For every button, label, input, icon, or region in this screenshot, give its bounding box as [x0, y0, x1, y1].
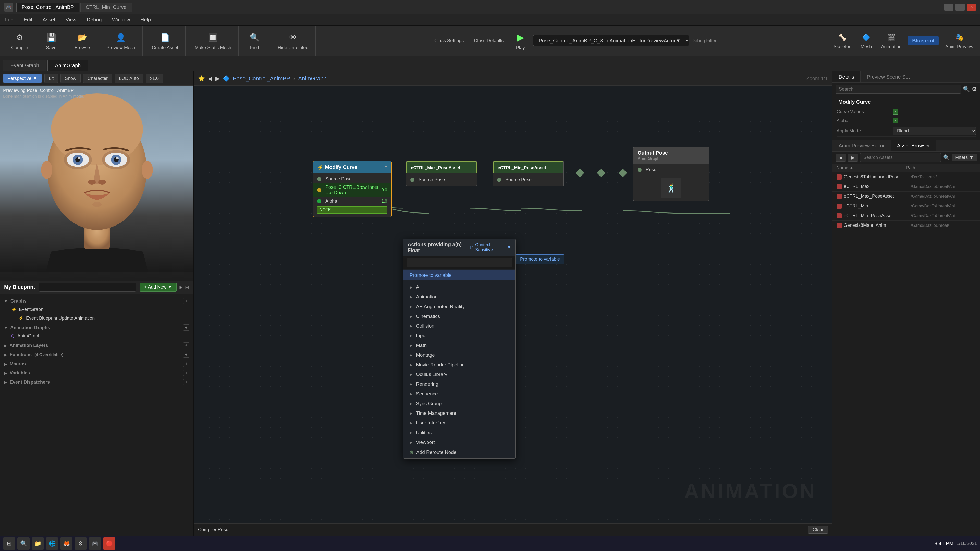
- taskbar-files[interactable]: 📁: [32, 537, 44, 550]
- tree-item-update-anim[interactable]: ⚡ Event Blueprint Update Animation: [0, 314, 193, 322]
- category-math[interactable]: ▶ Math: [404, 341, 515, 350]
- title-tab-0[interactable]: Pose_Control_AnimBP: [16, 3, 80, 12]
- graph-area[interactable]: ANIMATION ⚡ Modify Curve ●: [194, 86, 832, 524]
- asset-row-3[interactable]: eCTRL_Min /Game/DazToUnreal/Ani: [832, 201, 980, 211]
- preview-scene-tab[interactable]: Preview Scene Set: [861, 71, 916, 83]
- taskbar-chrome[interactable]: ⚙: [75, 537, 87, 550]
- category-utilities[interactable]: ▶ Utilities: [404, 428, 515, 437]
- asset-row-5[interactable]: Genesis8Male_Anim /Game/DazToUnreal/: [832, 221, 980, 230]
- show-button[interactable]: Show: [60, 74, 81, 83]
- menu-view[interactable]: View: [64, 16, 79, 24]
- blueprint-mode-button[interactable]: Blueprint: [908, 36, 939, 45]
- tab-event-graph[interactable]: Event Graph: [3, 60, 46, 71]
- alpha-checkbox[interactable]: ✓: [893, 118, 898, 124]
- title-tab-1[interactable]: CTRL_Min_Curve: [80, 3, 132, 12]
- add-reroute-node[interactable]: ⊕ Add Reroute Node: [404, 447, 515, 457]
- make-static-button[interactable]: 🔲 Make Static Mesh: [191, 29, 235, 52]
- category-ar[interactable]: ▶ AR Augmented Reality: [404, 302, 515, 311]
- asset-row-4[interactable]: eCTRL_Min_PoseAsset /Game/DazToUnreal/An…: [832, 211, 980, 221]
- asset-nav-back[interactable]: ◀: [835, 154, 846, 162]
- taskbar-app[interactable]: 🔴: [103, 537, 115, 550]
- bp-name[interactable]: Pose_Control_AnimBP: [233, 75, 290, 82]
- lod-button[interactable]: LOD Auto: [115, 74, 143, 83]
- add-graph-button[interactable]: +: [183, 298, 189, 304]
- anim-preview-editor-tab[interactable]: Anim Preview Editor: [832, 140, 891, 151]
- blueprint-search-input[interactable]: [39, 283, 136, 292]
- node-modify-curve[interactable]: ⚡ Modify Curve ● Source Pose Pose_C CTRL…: [313, 161, 392, 217]
- mesh-mode-button[interactable]: 🔷 Mesh: [858, 30, 874, 51]
- asset-search-input[interactable]: [860, 153, 941, 162]
- add-new-button[interactable]: + Add New ▼: [140, 283, 177, 292]
- play-button[interactable]: ▶ Play: [510, 29, 531, 52]
- filters-button[interactable]: Filters ▼: [952, 154, 977, 162]
- maximize-button[interactable]: □: [956, 3, 965, 11]
- animation-mode-button[interactable]: 🎬 Animation: [878, 30, 904, 51]
- category-time-management[interactable]: ▶ Time Management: [404, 408, 515, 418]
- nav-back-button[interactable]: ◀: [208, 75, 212, 82]
- asset-browser-tab[interactable]: Asset Browser: [891, 140, 936, 151]
- character-button[interactable]: Character: [83, 74, 112, 83]
- asset-nav-fwd[interactable]: ▶: [848, 154, 858, 162]
- menu-asset[interactable]: Asset: [41, 16, 57, 24]
- taskbar-ue4[interactable]: 🎮: [89, 537, 101, 550]
- category-input[interactable]: ▶ Input: [404, 331, 515, 341]
- menu-file[interactable]: File: [3, 16, 15, 24]
- compile-button[interactable]: ⚙ Compile: [7, 29, 32, 52]
- category-movie-render[interactable]: ▶ Movie Render Pipeline: [404, 360, 515, 370]
- category-rendering[interactable]: ▶ Rendering: [404, 380, 515, 389]
- taskbar-browser[interactable]: 🌐: [46, 537, 58, 550]
- category-animation[interactable]: ▶ Animation: [404, 292, 515, 302]
- graph-name[interactable]: AnimGraph: [298, 75, 326, 82]
- add-anim-graph-button[interactable]: +: [183, 324, 189, 330]
- asset-row-0[interactable]: Genesis8ToHumanoidPose /DazToUnreal/: [832, 172, 980, 182]
- perspective-button[interactable]: Perspective ▼: [3, 74, 42, 83]
- zoom-button[interactable]: x1.0: [146, 74, 163, 83]
- menu-window[interactable]: Window: [110, 16, 132, 24]
- create-asset-button[interactable]: 📄 Create Asset: [148, 29, 182, 52]
- taskbar-firefox[interactable]: 🦊: [60, 537, 73, 550]
- category-user-interface[interactable]: ▶ User Interface: [404, 418, 515, 428]
- menu-edit[interactable]: Edit: [21, 16, 34, 24]
- category-oculus[interactable]: ▶ Oculus Library: [404, 370, 515, 380]
- add-event-dispatcher-button[interactable]: +: [183, 379, 189, 385]
- promote-to-variable-item[interactable]: Promote to variable: [404, 270, 515, 280]
- taskbar-search[interactable]: 🔍: [18, 537, 30, 550]
- details-search-input[interactable]: [835, 85, 961, 94]
- asset-row-1[interactable]: eCTRL_Max /Game/DazToUnreal/Ani: [832, 182, 980, 192]
- node-output-pose[interactable]: Output Pose AnimGraph Result 🕺: [633, 147, 710, 201]
- tab-anim-graph[interactable]: AnimGraph: [48, 60, 88, 71]
- preview-mesh-button[interactable]: 👤 Preview Mesh: [102, 29, 139, 52]
- category-montage[interactable]: ▶ Montage: [404, 350, 515, 360]
- anim-preview-button[interactable]: 🎭 Anim Preview: [943, 30, 976, 51]
- category-viewport[interactable]: ▶ Viewport: [404, 437, 515, 447]
- asset-row-2[interactable]: eCTRL_Max_PoseAsset /Game/DazToUnreal/An…: [832, 192, 980, 201]
- add-anim-layer-button[interactable]: +: [183, 342, 189, 348]
- nav-fwd-button[interactable]: ▶: [215, 75, 220, 82]
- blueprint-filter-icon[interactable]: ⊞: [179, 284, 183, 290]
- class-defaults-button[interactable]: Class Defaults: [470, 37, 508, 45]
- tree-item-animgraph[interactable]: ⬡ AnimGraph: [0, 332, 193, 340]
- hide-unrelated-button[interactable]: 👁 Hide Unrelated: [274, 29, 312, 52]
- clear-button[interactable]: Clear: [808, 526, 828, 534]
- add-function-button[interactable]: +: [183, 351, 189, 358]
- menu-debug[interactable]: Debug: [85, 16, 104, 24]
- add-macro-button[interactable]: +: [183, 361, 189, 367]
- lit-button[interactable]: Lit: [45, 74, 58, 83]
- node-ctrl-min[interactable]: eCTRL_Min_PoseAsset Source Pose: [493, 161, 564, 186]
- node-ctrl-max[interactable]: eCTRL_Max_PoseAsset Source Pose: [406, 161, 477, 186]
- category-cinematics[interactable]: ▶ Cinematics: [404, 311, 515, 321]
- add-variable-button[interactable]: +: [183, 370, 189, 376]
- find-button[interactable]: 🔍 Find: [244, 29, 265, 52]
- menu-help[interactable]: Help: [138, 16, 153, 24]
- tree-item-eventgraph[interactable]: ⚡ EventGraph: [0, 305, 193, 314]
- context-sensitive[interactable]: ☑ Context Sensitive ▼: [470, 242, 511, 252]
- category-sync-group[interactable]: ▶ Sync Group: [404, 399, 515, 408]
- curve-values-checkbox[interactable]: ✓: [893, 109, 898, 114]
- skeleton-mode-button[interactable]: 🦴 Skeleton: [831, 30, 854, 51]
- close-button[interactable]: ✕: [967, 3, 976, 11]
- minimize-button[interactable]: ─: [944, 3, 953, 11]
- category-sequence[interactable]: ▶ Sequence: [404, 389, 515, 399]
- preview-actor-dropdown[interactable]: Pose_Control_AnimBP_C_8 in AnimationEdit…: [533, 35, 689, 46]
- class-settings-button[interactable]: Class Settings: [430, 37, 468, 45]
- category-collision[interactable]: ▶ Collision: [404, 321, 515, 331]
